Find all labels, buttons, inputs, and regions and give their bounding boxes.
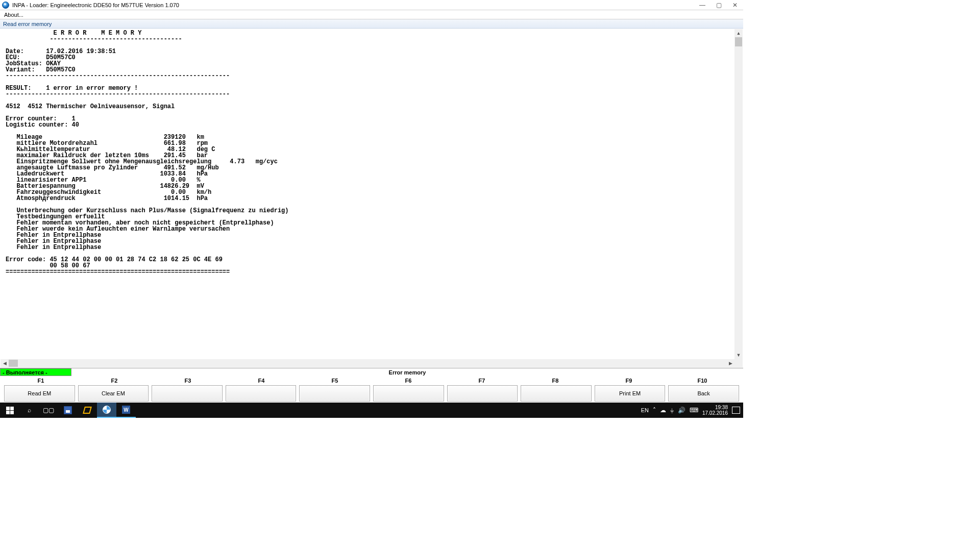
tray-volume-icon[interactable]: 🔊	[678, 407, 685, 414]
horizontal-scroll-thumb[interactable]	[9, 360, 18, 367]
menu-about[interactable]: About...	[2, 12, 26, 18]
vertical-scrollbar[interactable]: ▲ ▼	[734, 29, 743, 359]
input-language[interactable]: EN	[641, 407, 649, 413]
word-icon: W	[122, 406, 130, 414]
search-button[interactable]: ⌕	[19, 403, 39, 418]
taskbar-app-word[interactable]: W	[116, 403, 136, 418]
tray-keyboard-icon[interactable]: ⌨	[690, 407, 698, 414]
search-icon: ⌕	[28, 407, 31, 414]
taskbar-app-winamp[interactable]	[78, 403, 97, 418]
taskbar: ⌕ ▢▢ W EN ˄ ☁ ⏚ 🔊 ⌨ 19:38 17.02.2016	[0, 403, 743, 418]
status-center-label: Error memory	[71, 368, 743, 376]
fkey-label-f1: F1	[4, 376, 78, 385]
clock-time: 19:38	[715, 405, 728, 410]
fkey-f4-button[interactable]	[226, 385, 297, 402]
read-em-button[interactable]: Read EM	[4, 385, 75, 402]
app-icon	[2, 2, 9, 9]
taskbar-app-inpa[interactable]	[97, 403, 116, 418]
taskview-icon: ▢▢	[43, 407, 54, 414]
tray-onedrive-icon[interactable]: ☁	[660, 407, 666, 414]
fkey-label-f3: F3	[151, 376, 225, 385]
winamp-icon	[83, 407, 92, 414]
fkey-buttons-row: Read EM Clear EM Print EM Back	[0, 385, 743, 403]
fkey-f7-button[interactable]	[447, 385, 518, 402]
scroll-corner	[734, 359, 743, 367]
clear-em-button[interactable]: Clear EM	[78, 385, 149, 402]
vertical-scroll-thumb[interactable]	[735, 37, 742, 46]
content-area: E R R O R M E M O R Y ------------------…	[0, 29, 743, 368]
taskview-button[interactable]: ▢▢	[39, 403, 58, 418]
start-button[interactable]	[0, 403, 19, 418]
taskbar-app-save[interactable]	[58, 403, 78, 418]
fkey-label-f2: F2	[78, 376, 151, 385]
fkey-f3-button[interactable]	[152, 385, 223, 402]
taskbar-clock[interactable]: 19:38 17.02.2016	[702, 405, 728, 416]
scroll-down-icon[interactable]: ▼	[734, 351, 743, 359]
back-button[interactable]: Back	[668, 385, 739, 402]
fkey-label-f9: F9	[592, 376, 666, 385]
section-title: Read error memory	[0, 19, 743, 29]
status-exec-badge: - Выполняется -	[0, 368, 71, 376]
action-center-icon[interactable]	[732, 407, 740, 414]
maximize-button[interactable]: ▢	[710, 0, 727, 10]
fkey-label-f4: F4	[225, 376, 298, 385]
fkey-f8-button[interactable]	[521, 385, 592, 402]
report-text: E R R O R M E M O R Y ------------------…	[1, 29, 734, 275]
print-em-button[interactable]: Print EM	[595, 385, 666, 402]
menubar: About...	[0, 10, 743, 19]
fkey-label-f10: F10	[666, 376, 739, 385]
scroll-left-icon[interactable]: ◀	[1, 359, 9, 367]
horizontal-scrollbar[interactable]: ◀ ▶	[1, 359, 734, 367]
fkey-f6-button[interactable]	[373, 385, 444, 402]
window-title: INPA - Loader: Engineelectronic DDE50 fo…	[12, 2, 179, 8]
scroll-right-icon[interactable]: ▶	[726, 359, 734, 367]
fkey-label-f6: F6	[372, 376, 445, 385]
tray-chevron-icon[interactable]: ˄	[653, 407, 656, 414]
minimize-button[interactable]: —	[694, 0, 710, 10]
close-button[interactable]: ✕	[727, 0, 743, 10]
status-bar: - Выполняется - Error memory	[0, 368, 743, 376]
titlebar: INPA - Loader: Engineelectronic DDE50 fo…	[0, 0, 743, 10]
bmw-icon	[103, 406, 111, 414]
windows-icon	[6, 407, 14, 414]
clock-date: 17.02.2016	[702, 410, 728, 416]
fkey-label-f5: F5	[298, 376, 372, 385]
fkey-label-f7: F7	[445, 376, 519, 385]
fkey-labels-row: F1 F2 F3 F4 F5 F6 F7 F8 F9 F10	[0, 376, 743, 385]
report-viewport: E R R O R M E M O R Y ------------------…	[1, 29, 734, 359]
scroll-up-icon[interactable]: ▲	[734, 29, 743, 37]
fkey-f5-button[interactable]	[299, 385, 370, 402]
floppy-icon	[64, 406, 72, 414]
fkey-label-f8: F8	[519, 376, 592, 385]
tray-network-icon[interactable]: ⏚	[670, 407, 674, 414]
